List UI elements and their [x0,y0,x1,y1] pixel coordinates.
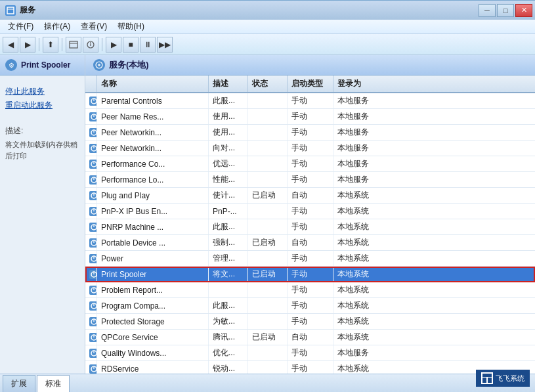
left-panel-header-title: Print Spooler [21,60,70,70]
service-name: Plug and Play [97,188,209,203]
tab-expand[interactable]: 扩展 [3,375,35,392]
service-status [248,361,288,374]
table-row[interactable]: Problem Report...手动本地系统 [85,282,535,298]
service-status [248,219,288,234]
close-button[interactable]: ✕ [515,4,532,17]
table-row[interactable]: Performance Co...优远...手动本地服务 [85,156,535,172]
service-icon-cell [85,330,97,345]
table-row[interactable]: Peer Networkin...使用...手动本地服务 [85,125,535,141]
up-button[interactable]: ⬆ [43,37,58,53]
svg-rect-2 [70,41,77,48]
title-bar: 服务 ─ □ ✕ [0,0,535,20]
minimize-button[interactable]: ─ [479,4,496,17]
restart-service-link[interactable]: 重启动此服务 [5,100,79,111]
service-icon-cell [85,93,97,108]
service-logon: 本地服务 [333,109,386,124]
pause-button[interactable]: ⏸ [140,37,156,53]
service-icon [89,223,97,232]
play-button[interactable]: ▶ [106,37,121,53]
menu-file[interactable]: 文件(F) [3,20,39,33]
col-status[interactable]: 状态 [248,76,288,92]
service-logon: 本地服务 [333,125,386,140]
stop-button[interactable]: ■ [123,37,139,53]
table-row[interactable]: RDService锐动...手动本地系统 [85,361,535,374]
service-starttype: 手动 [288,267,333,282]
stop-service-link[interactable]: 停止此服务 [5,86,79,97]
col-logon[interactable]: 登录为 [333,76,386,92]
table-row[interactable]: Quality Windows...优化...手动本地服务 [85,345,535,361]
service-name: Peer Networkin... [97,125,209,140]
service-icon-cell [85,267,97,282]
service-name: PNRP Machine ... [97,219,209,234]
service-starttype: 自动 [288,235,333,250]
toolbar: ◀ ▶ ⬆ ▶ ■ ⏸ ▶▶ [0,34,535,55]
service-desc: 使用... [209,109,248,124]
table-row[interactable]: Protected Storage为敏...手动本地系统 [85,314,535,330]
table-row[interactable]: Program Compa...此服...手动本地系统 [85,298,535,314]
right-panel-icon [93,59,105,71]
service-desc: 优化... [209,345,248,360]
service-desc: 此服... [209,219,248,234]
table-row[interactable]: Print Spooler将文...已启动手动本地系统 [85,267,535,282]
col-desc[interactable]: 描述 [209,76,248,92]
tab-standard[interactable]: 标准 [37,375,70,392]
window-controls: ─ □ ✕ [479,4,532,17]
service-starttype: 手动 [288,125,333,140]
service-name: Print Spooler [97,267,209,282]
menu-action[interactable]: 操作(A) [39,20,75,33]
back-button[interactable]: ◀ [3,37,18,53]
services-table[interactable]: 名称 描述 状态 启动类型 登录为 Parental Controls此服...… [85,76,535,374]
menu-help[interactable]: 帮助(H) [112,20,150,33]
table-row[interactable]: Performance Lo...性能...手动本地服务 [85,172,535,188]
menu-bar: 文件(F) 操作(A) 查看(V) 帮助(H) [0,20,535,34]
service-icon [89,207,97,216]
service-name: Program Compa... [97,298,209,313]
service-logon: 本地系统 [333,204,386,219]
right-panel: 服务(本地) 名称 描述 状态 启动类型 登录为 Parental Contro… [85,55,535,374]
service-icon-cell [85,204,97,219]
table-row[interactable]: Portable Device ...强制...已启动自动本地系统 [85,235,535,251]
right-panel-title: 服务(本地) [109,59,149,71]
service-starttype: 手动 [288,282,333,297]
service-name: Peer Networkin... [97,141,209,156]
service-status [248,298,288,313]
menu-view[interactable]: 查看(V) [75,20,112,33]
service-icon-cell [85,235,97,250]
col-starttype[interactable]: 启动类型 [288,76,333,92]
desc-label: 描述: [5,125,79,137]
service-icon-cell [85,345,97,360]
col-name[interactable]: 名称 [97,76,209,92]
table-row[interactable]: Plug and Play使计...已启动自动本地系统 [85,188,535,204]
table-row[interactable]: Power管理...手动本地系统 [85,251,535,267]
maximize-button[interactable]: □ [497,4,514,17]
service-desc: 强制... [209,235,248,250]
service-name: Parental Controls [97,93,209,108]
service-logon: 本地系统 [333,330,386,345]
table-row[interactable]: Parental Controls此服...手动本地服务 [85,93,535,109]
service-logon: 本地服务 [333,345,386,360]
service-icon [89,333,97,342]
col-icon [85,76,97,92]
desc-text: 将文件加载到内存供稍后打印 [5,139,79,161]
svg-rect-50 [482,374,492,377]
watermark-text: 飞飞系统 [496,374,524,383]
service-desc: 性能... [209,172,248,187]
properties-button[interactable] [83,37,98,53]
table-row[interactable]: Peer Name Res...使用...手动本地服务 [85,109,535,125]
show-hide-button[interactable] [66,37,81,53]
service-logon: 本地服务 [333,93,386,108]
service-desc: 使用... [209,125,248,140]
table-row[interactable]: Peer Networkin...向对...手动本地服务 [85,141,535,156]
restart-button[interactable]: ▶▶ [157,37,173,53]
forward-button[interactable]: ▶ [20,37,35,53]
service-icon [89,317,97,326]
service-starttype: 自动 [288,330,333,345]
table-row[interactable]: PNRP Machine ...此服...手动本地系统 [85,219,535,235]
table-row[interactable]: PnP-X IP Bus En...PnP-...手动本地系统 [85,204,535,219]
left-panel-description-area: 描述: 将文件加载到内存供稍后打印 [5,125,79,161]
main-area: ⚙ Print Spooler 停止此服务 重启动此服务 描述: 将文件加载到内… [0,55,535,374]
service-name: Peer Name Res... [97,109,209,124]
table-row[interactable]: QPCore Service腾讯...已启动自动本地系统 [85,330,535,345]
service-status [248,251,288,266]
service-starttype: 手动 [288,204,333,219]
